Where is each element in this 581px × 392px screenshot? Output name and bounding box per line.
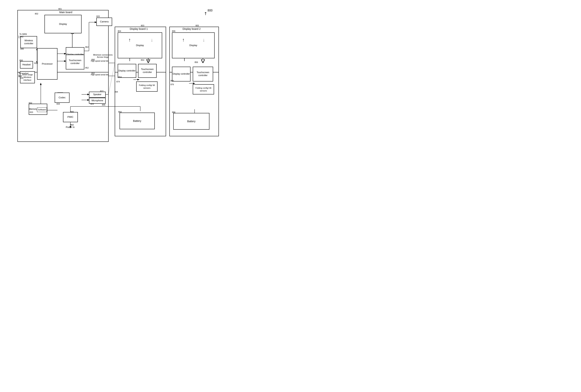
folding-config2-label: Folding config/ tilt sensors: [193, 87, 214, 92]
display-board2-display-box: Display: [172, 32, 214, 58]
camera-label: Camera: [100, 20, 108, 23]
ref-804: 804: [118, 30, 121, 32]
main-display-box: Display: [44, 15, 82, 33]
ref-840: 840: [20, 48, 24, 50]
antenna2-icon: ⌇: [18, 74, 20, 78]
codec-label: Codec: [58, 96, 66, 99]
ref-896: 896: [102, 104, 105, 106]
ref-880: 880: [70, 111, 74, 113]
display-board1-touchscreen-box: Touchscreen controller: [138, 64, 156, 78]
display-board1-controller-label: Display controller: [118, 69, 136, 72]
ref-800: 800: [208, 9, 212, 12]
antenna-icon: ⌇: [18, 35, 20, 39]
ref-874: 874: [116, 80, 120, 83]
db2-up-arrow: ↑: [182, 37, 184, 43]
display-board2-touchscreen-box: Touchscreen controller: [193, 67, 213, 81]
display-board2-controller-label: Display controller: [173, 73, 190, 75]
main-touchscreen-controller-box: Touchscreen controller: [66, 55, 84, 69]
ref-833: 833: [30, 111, 33, 113]
ref-862: 862: [85, 46, 88, 48]
ref-834: 834: [56, 103, 60, 105]
battery1-label: Battery: [133, 119, 141, 123]
ref-892: 892: [91, 72, 95, 74]
ref-820: 820: [96, 15, 100, 17]
to-wan-label: To WAN: [20, 33, 27, 35]
codec-box: Codec: [55, 93, 70, 103]
main-touchscreen-controller-label: Touchscreen controller: [66, 59, 84, 65]
ref-884: 884: [118, 111, 122, 113]
ref-810: 810: [34, 62, 38, 64]
folding-config1-box: Folding config/ tilt sensors: [136, 81, 158, 92]
battery2-box: Battery: [173, 113, 210, 130]
pmic-label: PMIC: [68, 115, 74, 119]
display-board2-controller-box: Display controller: [172, 67, 190, 81]
memory-label: Memory: [29, 108, 37, 111]
to-headset-label: To headset: [18, 72, 28, 74]
ref-832: 832: [29, 102, 32, 104]
db1-down-arrow: ↓: [151, 37, 153, 43]
processor-label: Processor: [42, 62, 53, 65]
wireless-controller-box: Wireless controller: [20, 36, 37, 48]
ref-854: 854: [141, 59, 144, 61]
headset-box: Headset: [20, 61, 33, 68]
display-board1-label: Display board 1: [130, 27, 148, 30]
battery1-box: Battery: [120, 113, 155, 129]
ref-866: 866: [170, 80, 174, 82]
main-display-label: Display: [59, 22, 67, 26]
software-label: Software: [38, 108, 46, 111]
minimize-connections-label: Minimize connections Across hinge: [91, 54, 115, 58]
diagram: Main board 801 Display 802 Camera 820 Di…: [0, 0, 222, 150]
speaker-label: Speaker: [93, 93, 102, 96]
ref-876: 876: [170, 83, 174, 85]
ref-842: 842: [20, 35, 23, 38]
display-board2-touchscreen-label: Touchscreen controller: [193, 71, 213, 77]
wireless-controller-label: Wireless controller: [21, 39, 37, 45]
pmic-box: PMIC: [63, 112, 78, 122]
software-box: Software: [37, 107, 47, 112]
microphone-label: Microphone: [92, 99, 103, 102]
ref-894: 894: [114, 91, 118, 93]
display-board1-display-label: Display: [136, 44, 144, 47]
db1-up-arrow: ↑: [128, 37, 131, 43]
ref-852: 852: [85, 67, 88, 69]
camera-box: Camera: [96, 17, 112, 26]
power-arrow: ↑: [70, 122, 71, 126]
ref-850: 850: [20, 59, 23, 61]
display-board1-touchscreen-label: Touchscreen controller: [138, 68, 156, 74]
ref-802: 802: [35, 12, 38, 15]
ref-805: 805: [196, 24, 199, 27]
headset-label: Headset: [22, 63, 31, 66]
ref-856: 856: [194, 61, 198, 63]
ref-806: 806: [172, 30, 175, 32]
main-board-label: Main board: [59, 11, 72, 14]
ref-824: 824: [90, 103, 94, 105]
display-board2-display-label: Display: [190, 44, 197, 47]
processor-box: Processor: [37, 48, 58, 80]
ref-801: 801: [58, 8, 62, 10]
display-board1-controller-box: Display controller: [118, 64, 136, 78]
ref-822: 822: [100, 90, 104, 92]
ref-886: 886: [172, 111, 175, 113]
folding-config1-label: Folding config/ tilt sensors: [136, 84, 157, 89]
battery2-label: Battery: [187, 120, 195, 123]
ref-864: 864: [118, 76, 122, 78]
svg-line-42: [108, 63, 115, 94]
speaker-box: Speaker: [89, 92, 106, 98]
ref-890: 890: [91, 58, 95, 61]
display-board2-label: Display board 2: [182, 27, 200, 30]
folding-config2-box: Folding config/ tilt sensors: [193, 84, 214, 94]
db2-down-arrow: ↓: [202, 37, 205, 43]
ref-803: 803: [141, 24, 144, 27]
display-board1-display-box: Display: [118, 32, 162, 58]
power-in-label: Power In: [66, 126, 74, 128]
